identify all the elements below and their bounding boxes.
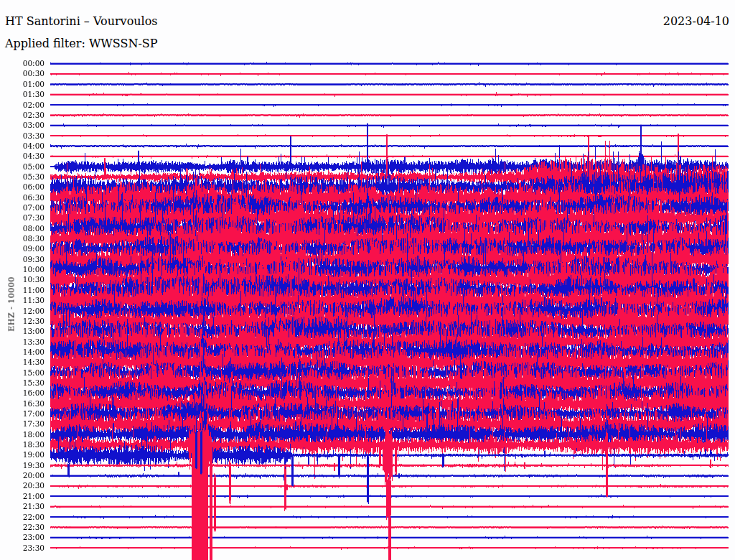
time-label: 11:30 bbox=[0, 295, 45, 305]
time-label: 14:30 bbox=[0, 357, 45, 367]
time-label: 10:00 bbox=[0, 264, 45, 274]
time-label: 19:00 bbox=[0, 449, 45, 459]
time-label: 18:30 bbox=[0, 439, 45, 449]
time-label: 08:30 bbox=[0, 233, 45, 243]
time-label: 13:30 bbox=[0, 337, 45, 347]
time-label: 02:00 bbox=[0, 100, 45, 110]
time-label: 22:30 bbox=[0, 522, 45, 532]
time-label: 01:00 bbox=[0, 79, 45, 89]
time-label: 16:00 bbox=[0, 388, 45, 398]
time-label: 22:00 bbox=[0, 512, 45, 522]
helicorder-page: HT Santorini – Vourvoulos 2023-04-10 App… bbox=[0, 0, 735, 560]
time-label: 18:00 bbox=[0, 429, 45, 439]
time-label: 05:30 bbox=[0, 172, 45, 182]
time-label: 17:00 bbox=[0, 409, 45, 419]
time-label: 03:00 bbox=[0, 120, 45, 130]
time-label: 00:00 bbox=[0, 58, 45, 68]
time-label: 07:30 bbox=[0, 213, 45, 223]
time-label: 15:00 bbox=[0, 368, 45, 378]
time-label: 13:00 bbox=[0, 326, 45, 336]
time-label: 20:30 bbox=[0, 480, 45, 490]
time-label: 08:00 bbox=[0, 223, 45, 233]
time-label: 16:30 bbox=[0, 398, 45, 409]
time-label: 11:00 bbox=[0, 285, 45, 295]
time-label: 17:30 bbox=[0, 419, 45, 429]
time-label: 12:00 bbox=[0, 306, 45, 316]
time-label: 21:00 bbox=[0, 491, 45, 501]
time-label: 02:30 bbox=[0, 110, 45, 120]
time-label: 19:30 bbox=[0, 460, 45, 470]
time-label: 23:30 bbox=[0, 543, 45, 553]
time-label: 06:00 bbox=[0, 182, 45, 192]
time-label: 14:00 bbox=[0, 347, 45, 357]
time-label: 09:00 bbox=[0, 243, 45, 253]
time-label: 21:30 bbox=[0, 501, 45, 511]
time-label: 03:30 bbox=[0, 131, 45, 141]
time-label: 01:30 bbox=[0, 89, 45, 99]
time-label: 06:30 bbox=[0, 192, 45, 202]
time-label: 12:30 bbox=[0, 316, 45, 326]
time-label: 07:00 bbox=[0, 202, 45, 213]
time-label: 04:00 bbox=[0, 141, 45, 151]
time-label: 10:30 bbox=[0, 274, 45, 284]
time-label: 20:00 bbox=[0, 470, 45, 480]
time-label: 23:00 bbox=[0, 532, 45, 542]
helicorder-plot bbox=[0, 0, 735, 560]
time-label: 04:30 bbox=[0, 151, 45, 161]
time-label: 05:00 bbox=[0, 162, 45, 172]
time-label: 00:30 bbox=[0, 68, 45, 78]
time-label: 15:30 bbox=[0, 378, 45, 388]
time-label: 09:30 bbox=[0, 254, 45, 264]
